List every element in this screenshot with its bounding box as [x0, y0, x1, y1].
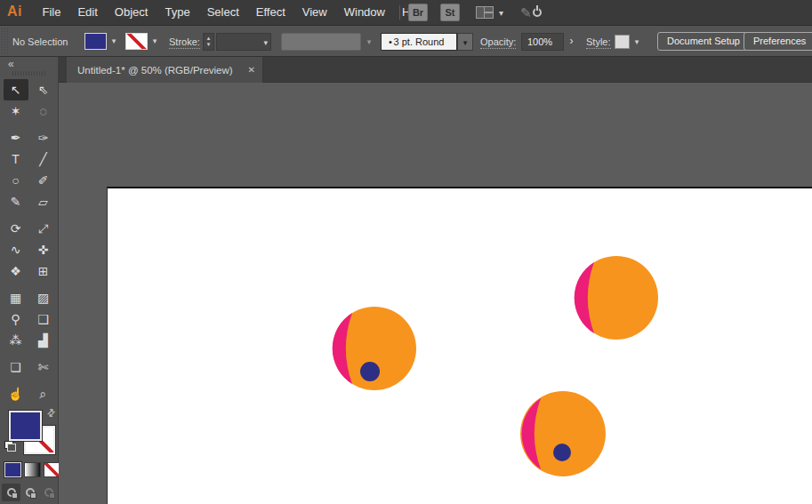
type-tool[interactable]: T: [4, 148, 28, 170]
stroke-width-dropdown[interactable]: ▾: [216, 33, 271, 51]
magic-wand-tool[interactable]: ✶: [4, 100, 28, 122]
eraser-tool-icon: ▱: [38, 196, 48, 208]
zoom-tool[interactable]: ⌕: [31, 383, 56, 404]
column-graph-tool-icon: ▟: [38, 334, 48, 347]
selection-tool-icon: ↖: [11, 84, 21, 96]
draw-inside-button[interactable]: [39, 484, 58, 501]
default-fill-stroke-icon[interactable]: [4, 441, 16, 452]
tools-panel-grip[interactable]: [12, 71, 46, 76]
mesh-tool-icon: ▦: [10, 292, 21, 304]
line-segment-tool[interactable]: ╱: [31, 148, 56, 170]
swap-fill-stroke-icon[interactable]: ⇄: [44, 406, 59, 420]
draw-behind-button[interactable]: [20, 484, 39, 501]
close-tab-icon[interactable]: ✕: [241, 65, 255, 75]
menu-select[interactable]: Select: [198, 0, 247, 25]
document-tab[interactable]: Untitled-1* @ 50% (RGB/Preview) ✕: [67, 57, 263, 83]
ball-shape[interactable]: [520, 391, 606, 476]
menu-window[interactable]: Window: [335, 0, 393, 25]
brush-definition-dropdown[interactable]: • 3 pt. Round: [381, 33, 457, 51]
symbol-sprayer-tool-icon: ⁂: [10, 334, 22, 347]
canvas[interactable]: [59, 83, 812, 504]
column-graph-tool[interactable]: ▟: [31, 330, 56, 351]
eyedropper-tool-icon: ⚲: [11, 313, 20, 325]
style-label[interactable]: Style:: [586, 36, 611, 49]
puppet-warp-tool[interactable]: ✜: [31, 239, 56, 260]
rotate-tool[interactable]: ⟳: [4, 218, 28, 239]
tools-panel: « ↖⇖✶◌✒✑T╱○✐✎▱⟳⤢∿✜❖⊞▦▨⚲❑⁂▟❏✄☝⌕ ⇄: [0, 57, 59, 504]
stroke-width-stepper[interactable]: ▲ ▼: [203, 33, 214, 51]
draw-normal-button[interactable]: [2, 484, 20, 501]
tool-row: ✶◌: [2, 100, 57, 122]
bridge-button[interactable]: Br: [408, 4, 428, 21]
pen-tool[interactable]: ✒: [4, 127, 28, 148]
style-chevron-icon[interactable]: ▾: [631, 34, 643, 51]
direct-selection-tool[interactable]: ⇖: [31, 79, 56, 100]
stroke-color-chevron-icon[interactable]: ▾: [149, 33, 161, 50]
stroke-width-chevron-icon: ▾: [263, 34, 268, 52]
menu-object[interactable]: Object: [106, 0, 157, 25]
shape-builder-tool[interactable]: ❖: [4, 260, 28, 282]
symbol-sprayer-tool[interactable]: ⁂: [4, 330, 28, 351]
menu-edit[interactable]: Edit: [69, 0, 106, 25]
pen-tool-icon: ✒: [11, 132, 21, 144]
menu-effect[interactable]: Effect: [247, 0, 293, 25]
pencil-tool[interactable]: ✎: [4, 191, 28, 212]
fill-proxy-swatch[interactable]: [9, 411, 42, 441]
opacity-flyout-icon[interactable]: ›: [565, 33, 578, 51]
brush-definition-chevron-icon[interactable]: ▾: [457, 33, 473, 51]
fill-color-swatch[interactable]: [84, 33, 107, 50]
paintbrush-tool[interactable]: ✐: [31, 170, 56, 191]
curvature-tool[interactable]: ✑: [31, 127, 56, 148]
lasso-tool[interactable]: ◌: [31, 100, 56, 122]
stepper-up-icon[interactable]: ▲: [206, 36, 212, 42]
paintbrush-tool-icon: ✐: [38, 174, 49, 187]
tool-row: ☝⌕: [2, 383, 57, 404]
brush-definition-value: 3 pt. Round: [394, 36, 445, 47]
ball-navy-dot: [553, 444, 571, 461]
mesh-tool[interactable]: ▦: [4, 287, 28, 308]
control-bar-grip[interactable]: [1, 28, 8, 54]
ellipse-tool[interactable]: ○: [4, 170, 28, 191]
color-mode-button[interactable]: [4, 462, 21, 477]
slice-tool[interactable]: ✄: [31, 356, 56, 378]
variable-width-profile-dropdown[interactable]: [281, 33, 361, 51]
scale-tool[interactable]: ⤢: [31, 218, 56, 239]
line-segment-tool-icon: ╱: [39, 153, 46, 165]
graphic-style-swatch[interactable]: [615, 35, 630, 49]
eyedropper-tool[interactable]: ⚲: [4, 308, 28, 330]
selection-tool[interactable]: ↖: [4, 79, 28, 100]
ball-shape[interactable]: [333, 307, 416, 390]
document-setup-button[interactable]: Document Setup: [657, 32, 750, 51]
fill-color-chevron-icon[interactable]: ▾: [108, 33, 120, 50]
gradient-mode-button[interactable]: [24, 462, 41, 477]
menu-view[interactable]: View: [293, 0, 335, 25]
tool-row: ⟳⤢: [2, 218, 57, 239]
eraser-tool[interactable]: ▱: [31, 191, 56, 212]
workspace-switcher-icon[interactable]: [476, 6, 494, 19]
collapse-panel-icon[interactable]: «: [8, 58, 14, 70]
ellipse-tool-icon: ○: [12, 174, 19, 187]
artboard[interactable]: [107, 187, 812, 504]
app-logo[interactable]: Ai: [7, 4, 22, 20]
artboard-tool-icon: ❏: [10, 361, 21, 373]
hand-tool[interactable]: ☝: [4, 383, 28, 404]
preferences-button[interactable]: Preferences: [744, 32, 812, 51]
opacity-label[interactable]: Opacity:: [480, 36, 516, 49]
ball-shape[interactable]: [575, 256, 658, 340]
width-tool[interactable]: ∿: [4, 239, 28, 260]
gradient-tool[interactable]: ▨: [31, 287, 56, 308]
perspective-grid-tool[interactable]: ⊞: [31, 260, 56, 282]
gpu-performance-icon[interactable]: ✐: [519, 4, 543, 21]
chevron-down-icon[interactable]: ▾: [499, 8, 503, 18]
stroke-label[interactable]: Stroke:: [169, 36, 200, 49]
artboard-tool[interactable]: ❏: [4, 356, 28, 378]
tool-row: ❏✄: [2, 356, 57, 378]
stepper-down-icon[interactable]: ▼: [206, 42, 212, 48]
stroke-color-swatch[interactable]: [125, 33, 148, 50]
opacity-input[interactable]: 100%: [521, 33, 564, 51]
adobe-stock-button[interactable]: St: [440, 4, 460, 21]
menu-file[interactable]: File: [34, 0, 69, 25]
tool-row: ○✐: [2, 170, 57, 191]
menu-type[interactable]: Type: [157, 0, 198, 25]
blend-tool[interactable]: ❑: [31, 308, 56, 330]
